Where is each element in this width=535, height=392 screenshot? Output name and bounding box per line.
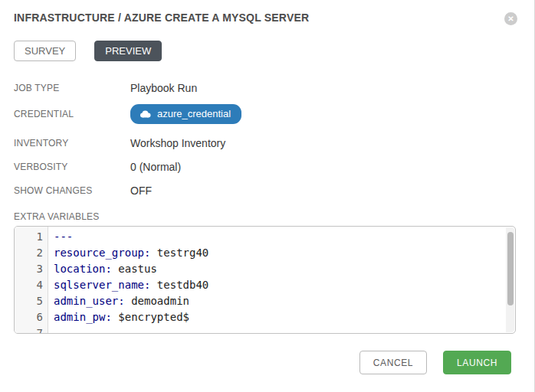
yaml-key: resource_group: [54,247,150,259]
row-verbosity: VERBOSITY 0 (Normal) [14,159,516,175]
code-line: 7 [15,325,515,334]
line-number: 1 [15,229,49,245]
code-line: 5 admin_user: demoadmin [15,293,515,309]
credential-badge[interactable]: azure_credential [130,104,241,124]
job-details: JOB TYPE Playbook Run CREDENTIAL azu [14,80,516,198]
job-type-value: Playbook Run [130,82,516,94]
show-changes-label: SHOW CHANGES [14,185,130,196]
modal-header: INFRASTRUCTURE / AZURE CREATE A MYSQL SE… [14,11,516,28]
row-show-changes: SHOW CHANGES OFF [14,183,516,198]
extra-variables-label: EXTRA VARIABLES [14,211,516,222]
inventory-value: Workshop Inventory [130,137,516,149]
code-line: 4 sqlserver_name: testdb40 [15,277,515,293]
yaml-key: admin_user: [54,295,125,307]
code-line: 1 --- [15,229,515,245]
yaml-value: demoadmin [125,295,189,307]
row-job-type: JOB TYPE Playbook Run [14,80,516,96]
cancel-button[interactable]: CANCEL [359,351,427,374]
modal-title: INFRASTRUCTURE / AZURE CREATE A MYSQL SE… [14,11,516,24]
yaml-value: eastus [112,263,157,275]
code-line: 6 admin_pw: $encrypted$ [15,309,515,325]
extra-variables-editor[interactable]: 1 --- 2 resource_group: testrg40 3 locat… [14,226,516,334]
code-line: 2 resource_group: testrg40 [15,245,515,261]
yaml-key: admin_pw: [54,311,112,323]
job-type-label: JOB TYPE [14,83,130,93]
code-line: 3 location: eastus [15,261,515,277]
line-number: 3 [15,261,49,277]
credential-badge-label: azure_credential [157,108,231,119]
inventory-label: INVENTORY [14,138,130,149]
editor-code-lines: 1 --- 2 resource_group: testrg40 3 locat… [15,227,515,334]
row-inventory: INVENTORY Workshop Inventory [14,136,516,151]
launch-preview-modal: INFRASTRUCTURE / AZURE CREATE A MYSQL SE… [0,0,535,392]
yaml-key: sqlserver_name: [54,279,150,291]
credential-label: CREDENTIAL [14,109,130,119]
line-number: 2 [15,245,49,261]
yaml-key: location: [54,263,112,275]
line-number: 4 [15,277,49,293]
yaml-value: $encrypted$ [112,311,189,323]
line-number: 6 [15,309,49,325]
tab-bar: SURVEY PREVIEW [14,41,516,61]
verbosity-value: 0 (Normal) [130,161,516,173]
tab-preview[interactable]: PREVIEW [94,41,162,61]
verbosity-label: VERBOSITY [14,162,130,172]
close-icon[interactable]: ✕ [504,12,517,25]
yaml-value: testdb40 [150,279,208,291]
line-number: 7 [15,325,49,334]
line-number: 5 [15,293,49,309]
yaml-value: testrg40 [150,247,208,259]
editor-scrollbar-thumb[interactable] [507,232,514,305]
launch-button[interactable]: LAUNCH [443,351,511,374]
row-credential: CREDENTIAL azure_credential [14,104,516,124]
tab-survey[interactable]: SURVEY [14,41,76,61]
cloud-icon [139,110,151,118]
modal-footer: CANCEL LAUNCH [14,351,511,374]
yaml-key: --- [54,230,73,243]
show-changes-value: OFF [130,185,516,197]
